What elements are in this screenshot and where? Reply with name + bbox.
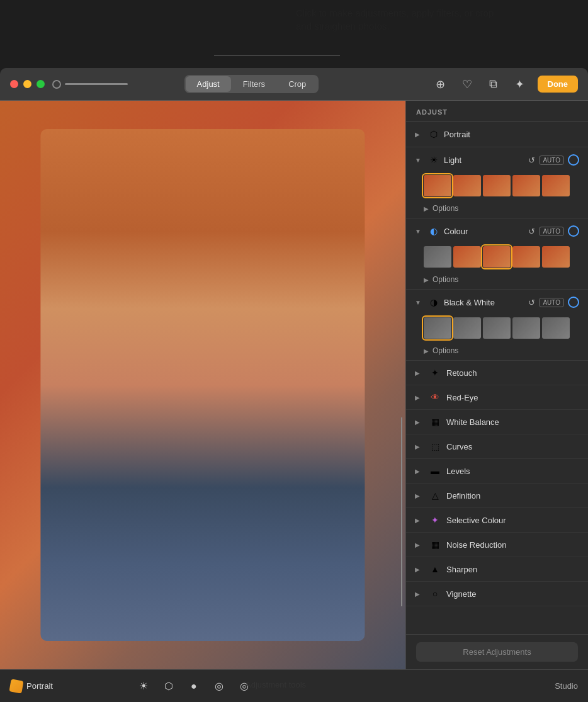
titlebar-right: ⊕ ♡ ⧉ ✦ Done xyxy=(432,76,579,93)
colour-label: Colour xyxy=(444,227,524,236)
slider-icon xyxy=(52,80,61,89)
done-button[interactable]: Done xyxy=(538,76,579,93)
minimize-button[interactable] xyxy=(23,80,31,88)
colour-thumb-1[interactable] xyxy=(424,246,451,268)
retouch-icon: ✦ xyxy=(429,366,441,379)
cube-icon[interactable]: ⬡ xyxy=(161,679,176,694)
bw-thumb-2[interactable] xyxy=(453,317,481,339)
light-thumb-2[interactable] xyxy=(453,175,481,196)
favorite-icon[interactable]: ♡ xyxy=(458,76,476,93)
auto-colour-button[interactable]: AUTO xyxy=(539,227,564,236)
bw-thumb-3[interactable] xyxy=(483,317,511,339)
white-balance-icon: ▦ xyxy=(429,416,441,428)
red-eye-icon: 👁 xyxy=(429,391,441,404)
light-thumb-1[interactable] xyxy=(424,175,451,196)
reset-adjustments-button[interactable]: Reset Adjustments xyxy=(416,642,578,662)
sun-small-icon[interactable]: ☀ xyxy=(136,679,151,694)
chevron-colour-options-icon: ▶ xyxy=(424,276,429,283)
light-options-row[interactable]: ▶ Options xyxy=(406,201,588,218)
close-button[interactable] xyxy=(10,80,18,88)
item-curves[interactable]: ▶ ⬚ Curves xyxy=(406,434,588,459)
colour-thumb-4[interactable] xyxy=(512,246,540,268)
bw-thumb-5[interactable] xyxy=(542,317,570,339)
tab-crop[interactable]: Crop xyxy=(277,76,317,92)
more-options-icon[interactable]: ⊕ xyxy=(432,76,449,93)
chevron-bw-options-icon: ▶ xyxy=(424,348,429,354)
item-selective-colour[interactable]: ▶ ✦ Selective Colour xyxy=(406,508,588,533)
portrait-badge-label: Portrait xyxy=(26,681,53,691)
chevron-light-icon: ▼ xyxy=(415,157,424,164)
adjust-header: ADJUST xyxy=(406,101,588,122)
circle-icon[interactable]: ● xyxy=(186,679,201,694)
noise-reduction-icon: ▦ xyxy=(429,538,441,551)
undo-light-icon[interactable]: ↺ xyxy=(528,156,535,165)
item-sharpen[interactable]: ▶ ▲ Sharpen xyxy=(406,557,588,582)
item-noise-reduction[interactable]: ▶ ▦ Noise Reduction xyxy=(406,533,588,557)
light-thumbnails xyxy=(406,173,588,201)
chevron-red-eye-icon: ▶ xyxy=(415,394,424,401)
section-bw-header[interactable]: ▼ ◑ Black & White ↺ AUTO xyxy=(406,290,588,315)
sharpen-label: Sharpen xyxy=(446,565,579,574)
chevron-light-options-icon: ▶ xyxy=(424,205,429,212)
colour-controls: ↺ AUTO xyxy=(528,225,579,237)
chevron-levels-icon: ▶ xyxy=(415,468,424,475)
undo-colour-icon[interactable]: ↺ xyxy=(528,227,535,236)
section-portrait: ▶ ⬡ Portrait xyxy=(406,122,588,147)
bw-options-label: Options xyxy=(433,346,458,355)
studio-label: Studio xyxy=(555,681,578,691)
selective-colour-label: Selective Colour xyxy=(446,516,579,525)
chevron-white-balance-icon: ▶ xyxy=(415,419,424,426)
tab-adjust[interactable]: Adjust xyxy=(186,76,231,92)
light-thumb-5[interactable] xyxy=(542,175,570,196)
colour-thumb-5[interactable] xyxy=(542,246,570,268)
item-retouch[interactable]: ▶ ✦ Retouch xyxy=(406,361,588,385)
section-light-header[interactable]: ▼ ☀ Light ↺ AUTO xyxy=(406,147,588,173)
portrait-label: Portrait xyxy=(444,130,579,139)
toggle-light-button[interactable] xyxy=(568,154,579,166)
colour-thumb-2[interactable] xyxy=(453,246,481,268)
titlebar: Adjust Filters Crop ⊕ ♡ ⧉ ✦ Done xyxy=(0,68,588,101)
brightness-slider[interactable] xyxy=(52,80,128,89)
toggle-bw-button[interactable] xyxy=(568,297,579,308)
slider-track xyxy=(65,83,128,85)
bw-icon: ◑ xyxy=(427,296,440,309)
magic-icon[interactable]: ✦ xyxy=(511,76,529,93)
tooltip: Click to make adjustments, apply filters… xyxy=(290,0,504,45)
bw-thumb-1[interactable] xyxy=(424,317,451,339)
light-thumb-3[interactable] xyxy=(483,175,511,196)
item-levels[interactable]: ▶ ▬ Levels xyxy=(406,459,588,484)
sharpen-icon: ▲ xyxy=(429,563,441,575)
bw-options-row[interactable]: ▶ Options xyxy=(406,344,588,360)
item-vignette[interactable]: ▶ ○ Vignette xyxy=(406,582,588,606)
ring-icon[interactable]: ◎ xyxy=(212,679,227,694)
vignette-label: Vignette xyxy=(446,589,579,599)
noise-reduction-label: Noise Reduction xyxy=(446,540,579,550)
share-icon[interactable]: ⧉ xyxy=(485,76,502,93)
item-white-balance[interactable]: ▶ ▦ White Balance xyxy=(406,410,588,434)
light-thumb-4[interactable] xyxy=(512,175,540,196)
definition-label: Definition xyxy=(446,491,579,501)
maximize-button[interactable] xyxy=(37,80,45,88)
toggle-colour-button[interactable] xyxy=(568,225,579,237)
colour-options-row[interactable]: ▶ Options xyxy=(406,273,588,289)
light-label: Light xyxy=(444,156,524,165)
colour-icon: ◐ xyxy=(427,225,440,237)
bw-thumb-4[interactable] xyxy=(512,317,540,339)
chevron-sharpen-icon: ▶ xyxy=(415,566,424,573)
colour-thumbnails xyxy=(406,244,588,273)
light-options-label: Options xyxy=(433,204,458,213)
section-colour-header[interactable]: ▼ ◐ Colour ↺ AUTO xyxy=(406,218,588,244)
section-portrait-header[interactable]: ▶ ⬡ Portrait xyxy=(406,122,588,147)
item-definition[interactable]: ▶ △ Definition xyxy=(406,484,588,508)
section-light: ▼ ☀ Light ↺ AUTO xyxy=(406,147,588,218)
auto-light-button[interactable]: AUTO xyxy=(539,156,564,165)
reset-area: Reset Adjustments xyxy=(406,634,588,669)
auto-bw-button[interactable]: AUTO xyxy=(539,298,564,307)
colour-thumb-3[interactable] xyxy=(483,246,511,268)
photo-area xyxy=(0,101,405,669)
undo-bw-icon[interactable]: ↺ xyxy=(528,298,535,307)
light-icon: ☀ xyxy=(427,154,440,166)
tab-filters[interactable]: Filters xyxy=(232,76,276,92)
curves-label: Curves xyxy=(446,442,579,451)
item-red-eye[interactable]: ▶ 👁 Red-Eye xyxy=(406,385,588,410)
